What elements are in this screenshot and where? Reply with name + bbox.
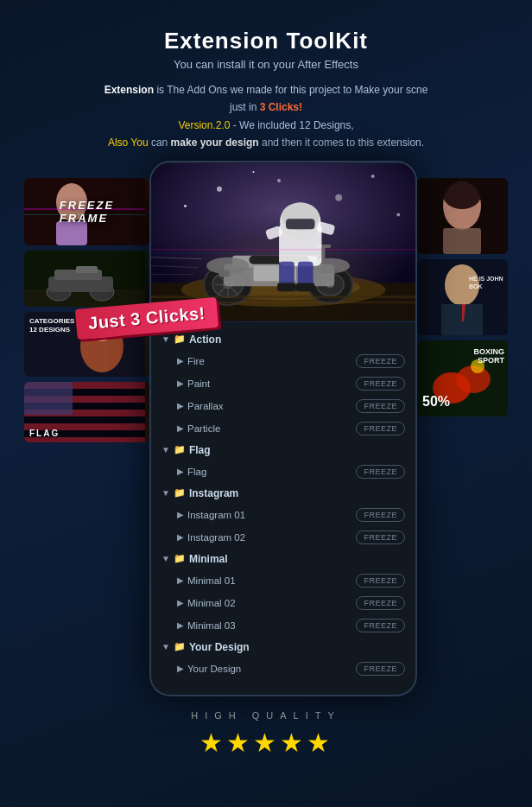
file-icon: ▶ <box>177 401 184 410</box>
svg-point-44 <box>396 213 400 216</box>
item-name: Your Design <box>187 664 241 674</box>
tree-item[interactable]: ▶ Minimal 02 FREEZE <box>151 592 415 614</box>
folder-arrow-icon: ▼ <box>162 554 170 563</box>
tree-folder[interactable]: ▼ 📁 Minimal <box>151 549 415 569</box>
svg-rect-85 <box>151 252 415 253</box>
freeze-button[interactable]: FREEZE <box>356 596 405 610</box>
tree-item[interactable]: ▶ Your Design FREEZE <box>151 658 415 680</box>
svg-text:BOK: BOK <box>469 283 483 289</box>
folder-name: Action <box>189 334 221 346</box>
extension-label: Extension <box>104 84 154 96</box>
tree-item[interactable]: ▶ Fire FREEZE <box>151 350 415 372</box>
alsoyou-label: Also You <box>108 137 149 149</box>
quality-label: HIGH QUALITY <box>0 710 532 721</box>
hero-svg <box>151 162 415 322</box>
file-icon: ▶ <box>177 378 184 388</box>
svg-rect-25 <box>443 228 481 254</box>
freeze-button[interactable]: FREEZE <box>356 531 405 544</box>
folder-arrow-icon: ▼ <box>162 488 170 498</box>
freeze-button[interactable]: FREEZE <box>356 354 405 368</box>
tree-item[interactable]: ▶ Paint FREEZE <box>151 372 415 395</box>
file-icon: ▶ <box>177 664 184 673</box>
item-name: Paint <box>187 378 210 389</box>
thumb-freeze-frame[interactable]: FREEZEFRAME <box>24 178 149 245</box>
freeze-button[interactable]: FREEZE <box>356 465 405 479</box>
svg-point-41 <box>335 194 342 200</box>
tree-item[interactable]: ▶ Flag FREEZE <box>151 461 415 483</box>
freeze-button[interactable]: FREEZE <box>356 508 405 522</box>
item-name: Instagram 01 <box>187 510 245 520</box>
thumb-boxing[interactable]: BOXINGSPORT 50% <box>417 340 508 416</box>
file-icon: ▶ <box>177 510 184 519</box>
item-name: Minimal 01 <box>187 575 236 586</box>
file-icon: ▶ <box>177 467 184 476</box>
svg-rect-77 <box>277 283 296 291</box>
freeze-button[interactable]: FREEZE <box>356 399 405 413</box>
phone-hero <box>151 162 415 322</box>
main-area: Just 3 Clicks! FREEZEFRAME <box>24 161 508 696</box>
tree-item[interactable]: ▶ Parallax FREEZE <box>151 395 415 417</box>
freeze-button[interactable]: FREEZE <box>356 662 405 676</box>
thumb-flag[interactable]: FLAG <box>24 382 149 442</box>
freeze-button[interactable]: FREEZE <box>356 619 405 632</box>
tree-folder[interactable]: ▼ 📁 Flag <box>151 440 415 461</box>
atv-svg <box>24 251 145 307</box>
svg-text:HE IS JOHN: HE IS JOHN <box>469 276 504 282</box>
file-icon: ▶ <box>177 575 184 585</box>
suit-svg: HE IS JOHN BOK <box>417 259 508 335</box>
file-icon: ▶ <box>177 532 184 542</box>
folder-name: Instagram <box>189 487 238 499</box>
tree-item[interactable]: ▶ Particle FREEZE <box>151 417 415 440</box>
svg-rect-84 <box>151 248 415 250</box>
file-icon: ▶ <box>177 423 184 433</box>
item-name: Minimal 03 <box>187 620 236 631</box>
svg-rect-82 <box>151 295 415 298</box>
svg-point-39 <box>217 186 222 191</box>
svg-rect-72 <box>286 219 315 229</box>
folder-icon: 📁 <box>174 334 186 345</box>
svg-rect-22 <box>24 382 73 415</box>
right-thumbnails: HE IS JOHN BOK BOXINGSPORT 50% <box>417 178 508 416</box>
file-icon: ▶ <box>177 598 184 607</box>
tree-item[interactable]: ▶ Instagram 01 FREEZE <box>151 504 415 526</box>
item-name: Minimal 02 <box>187 598 236 608</box>
freeze-button[interactable]: FREEZE <box>356 574 405 588</box>
thumb-woman[interactable] <box>417 178 508 254</box>
svg-point-26 <box>443 181 481 209</box>
svg-rect-78 <box>296 283 315 291</box>
item-name: Flag <box>187 467 206 477</box>
page-title: Extension ToolKit <box>17 28 515 54</box>
tree-folder[interactable]: ▼ 📁 Your Design <box>151 637 415 658</box>
item-name: Instagram 02 <box>187 532 245 543</box>
svg-point-45 <box>252 171 254 173</box>
folder-icon: 📁 <box>174 641 186 652</box>
thumb-atv[interactable] <box>24 251 149 307</box>
folder-arrow-icon: ▼ <box>162 642 170 651</box>
file-icon: ▶ <box>177 356 184 365</box>
tree-item[interactable]: ▶ Instagram 02 FREEZE <box>151 526 415 549</box>
woman-svg <box>417 178 508 254</box>
folder-icon: 📁 <box>174 553 186 564</box>
tree-item[interactable]: ▶ Minimal 03 FREEZE <box>151 614 415 637</box>
folder-icon: 📁 <box>174 487 186 499</box>
svg-rect-68 <box>219 270 230 276</box>
freeze-button[interactable]: FREEZE <box>356 422 405 435</box>
stars-rating: ★★★★★ <box>0 728 532 758</box>
clicks-highlight: 3 Clicks! <box>260 101 302 113</box>
just3clicks-label: Just 3 Clicks! <box>87 303 206 333</box>
file-icon: ▶ <box>177 620 184 630</box>
folder-name: Your Design <box>189 641 250 653</box>
folder-name: Flag <box>189 444 211 456</box>
folder-arrow-icon: ▼ <box>162 445 170 454</box>
thumb-suit[interactable]: HE IS JOHN BOK <box>417 259 508 335</box>
svg-point-43 <box>184 205 187 207</box>
item-name: Parallax <box>187 401 224 411</box>
freeze-button[interactable]: FREEZE <box>356 377 405 391</box>
version-label: Version.2.0 <box>178 119 230 131</box>
footer: HIGH QUALITY ★★★★★ <box>0 696 532 766</box>
folder-arrow-icon: ▼ <box>162 334 170 344</box>
tree-folder[interactable]: ▼ 📁 Instagram <box>151 483 415 504</box>
tree-item[interactable]: ▶ Minimal 01 FREEZE <box>151 569 415 592</box>
svg-rect-11 <box>76 266 98 273</box>
tree-folder[interactable]: ▼ 📁 Action <box>151 329 415 350</box>
